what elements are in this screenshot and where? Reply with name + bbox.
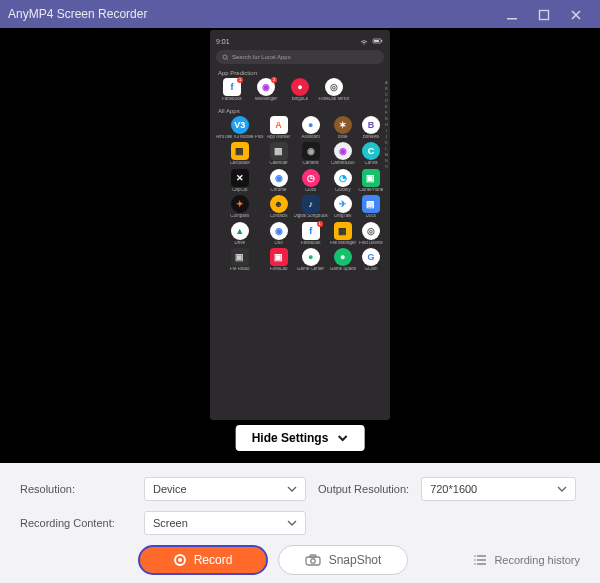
app-facebook[interactable]: fFacebook1 <box>216 78 248 102</box>
list-icon <box>474 554 488 566</box>
battery-icon <box>372 37 384 45</box>
minimize-button[interactable] <box>496 6 528 22</box>
svg-point-10 <box>475 555 477 557</box>
app-label: FoneLab Mirror <box>318 97 350 102</box>
app-digital-songbook[interactable]: ♪Digital Songbook <box>294 195 328 219</box>
record-button[interactable]: Record <box>138 545 268 575</box>
app-find-device[interactable]: ◎Find Device <box>358 222 384 246</box>
app-contacts[interactable]: ☻Contacts <box>266 195 292 219</box>
svg-point-8 <box>310 559 314 563</box>
svg-point-12 <box>475 563 477 565</box>
recording-content-value: Screen <box>153 517 287 529</box>
wifi-icon <box>360 37 368 45</box>
chevron-down-icon <box>557 484 567 494</box>
app-game-center[interactable]: ●Game Center <box>294 248 328 272</box>
app-icon: ✈ <box>334 195 352 213</box>
app-gcam[interactable]: GGCam <box>358 248 384 272</box>
resolution-label: Resolution: <box>20 483 132 495</box>
app-camera360[interactable]: ◉Camera360 <box>330 142 356 166</box>
app-label: Drive <box>216 241 264 246</box>
hide-settings-button[interactable]: Hide Settings <box>236 425 365 451</box>
chevron-down-icon <box>287 518 297 528</box>
app-fonelab[interactable]: ▣FoneLab <box>266 248 292 272</box>
app-label: Clockify <box>330 188 356 193</box>
camera-icon <box>305 554 321 566</box>
all-apps-grid: V3AfroTalk V3 Mobile PlusAApp Market●Ass… <box>216 116 384 272</box>
notification-badge: 1 <box>237 77 243 83</box>
app-icon: ● <box>302 116 320 134</box>
app-label: Docs <box>358 214 384 219</box>
app-bible[interactable]: ✶bible <box>330 116 356 140</box>
app-icon: ● <box>334 248 352 266</box>
app-dingtalk[interactable]: ✈DingTalk <box>330 195 356 219</box>
status-icons <box>358 37 384 46</box>
svg-rect-1 <box>540 11 549 20</box>
app-assistant[interactable]: ●Assistant <box>294 116 328 140</box>
snapshot-label: SnapShot <box>329 553 382 567</box>
resolution-select[interactable]: Device <box>144 477 306 501</box>
app-label: DingTalk <box>330 214 356 219</box>
app-bitnews[interactable]: BBitNews <box>358 116 384 140</box>
app-clonephone[interactable]: ▣ClonePhone <box>358 169 384 193</box>
record-label: Record <box>194 553 233 567</box>
settings-panel: Resolution: Device Output Resolution: 72… <box>0 463 600 583</box>
notification-badge: 1 <box>317 221 323 227</box>
recording-history-label: Recording history <box>494 554 580 566</box>
app-label: FoneLab <box>266 267 292 272</box>
app-label: Camera360 <box>330 161 356 166</box>
app-canva[interactable]: CCanva <box>358 142 384 166</box>
phone-search-input[interactable]: Search for Local Apps <box>216 50 384 64</box>
app-calculator[interactable]: ▦Calculator <box>216 142 264 166</box>
app-bingolk[interactable]: ●BingoLk <box>284 78 316 102</box>
app-icon: ● <box>302 248 320 266</box>
app-icon: ▲ <box>231 222 249 240</box>
app-app-market[interactable]: AApp Market <box>266 116 292 140</box>
alpha-index[interactable]: ABCDEFGHIJKLMNO <box>385 80 388 170</box>
snapshot-button[interactable]: SnapShot <box>278 545 408 575</box>
app-icon: ♪ <box>302 195 320 213</box>
svg-point-11 <box>475 559 477 561</box>
app-icon: ✶ <box>334 116 352 134</box>
app-label: Game Center <box>294 267 328 272</box>
app-title: AnyMP4 Screen Recorder <box>8 7 496 21</box>
app-compass[interactable]: ✦Compass <box>216 195 264 219</box>
app-label: Find Device <box>358 241 384 246</box>
app-fm-radio[interactable]: ▣FM Radio <box>216 248 264 272</box>
app-file-manager[interactable]: ▦File Manager <box>330 222 356 246</box>
app-facebook[interactable]: fFacebook1 <box>294 222 328 246</box>
recording-history-link[interactable]: Recording history <box>474 554 580 566</box>
app-icon: G <box>362 248 380 266</box>
app-duo[interactable]: ◉Duo <box>266 222 292 246</box>
app-icon: ☻ <box>270 195 288 213</box>
recording-content-select[interactable]: Screen <box>144 511 306 535</box>
alpha-letter[interactable]: O <box>385 164 388 170</box>
app-label: Facebook <box>294 241 328 246</box>
app-afrotalk-v3-mobile-plus[interactable]: V3AfroTalk V3 Mobile Plus <box>216 116 264 140</box>
app-icon: ◔ <box>334 169 352 187</box>
resolution-value: Device <box>153 483 287 495</box>
output-resolution-select[interactable]: 720*1600 <box>421 477 576 501</box>
maximize-button[interactable] <box>528 6 560 22</box>
app-label: Chrome <box>266 188 292 193</box>
app-capcut[interactable]: ✕CapCut <box>216 169 264 193</box>
prediction-grid: fFacebook1◉Messenger2●BingoLk◎FoneLab Mi… <box>216 78 384 102</box>
app-clock[interactable]: ◷Clock <box>294 169 328 193</box>
app-messenger[interactable]: ◉Messenger2 <box>250 78 282 102</box>
app-label: GCam <box>358 267 384 272</box>
app-docs[interactable]: ▤Docs <box>358 195 384 219</box>
app-icon: ◉ <box>270 169 288 187</box>
app-label: File Manager <box>330 241 356 246</box>
close-button[interactable] <box>560 6 592 22</box>
app-fonelab-mirror[interactable]: ◎FoneLab Mirror <box>318 78 350 102</box>
app-game-space[interactable]: ●Game Space <box>330 248 356 272</box>
app-calendar[interactable]: ▦Calendar <box>266 142 292 166</box>
phone-statusbar: 9:01 <box>216 34 384 48</box>
app-label: App Market <box>266 135 292 140</box>
app-chrome[interactable]: ◉Chrome <box>266 169 292 193</box>
app-clockify[interactable]: ◔Clockify <box>330 169 356 193</box>
app-icon: ◎ <box>362 222 380 240</box>
app-icon: B <box>362 116 380 134</box>
app-camera[interactable]: ◉Camera <box>294 142 328 166</box>
app-drive[interactable]: ▲Drive <box>216 222 264 246</box>
app-icon: ◉ <box>270 222 288 240</box>
